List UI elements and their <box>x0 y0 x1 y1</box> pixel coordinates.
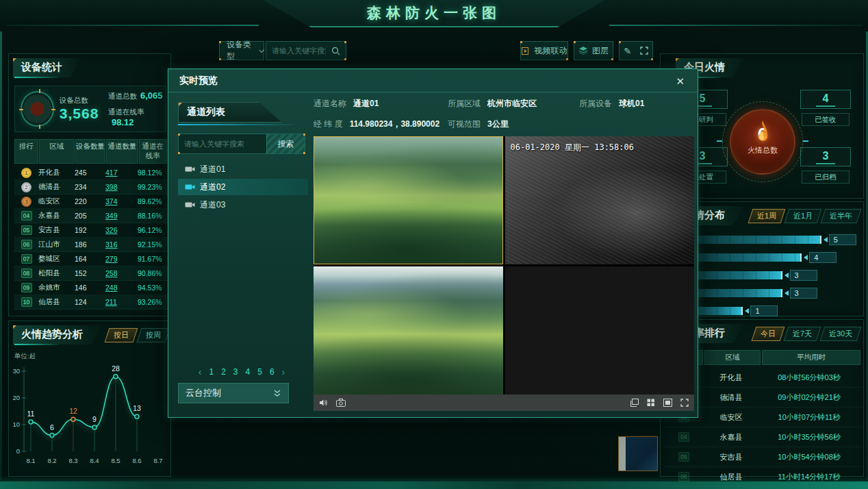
dist-tab-0[interactable]: 近1周 <box>748 209 785 223</box>
video-grid: 06-01-2020 星期一 13:58:06 <box>314 136 694 394</box>
page-number-6[interactable]: 6 <box>270 367 275 377</box>
svg-text:8.2: 8.2 <box>47 457 56 464</box>
video-cell-2[interactable]: 06-01-2020 星期一 13:58:06 <box>505 136 695 264</box>
dist-bar-value: 1 <box>745 305 778 316</box>
channel-device-field: 所属设备球机01 <box>579 98 644 110</box>
svg-text:8.6: 8.6 <box>132 457 141 464</box>
trend-tab-1[interactable]: 按周 <box>137 328 170 342</box>
top-header: 森林防火一张图 <box>0 0 868 32</box>
map-tools-group: ✎ <box>619 41 653 60</box>
device-stats-card: 设备总数 3,568 通道总数6,065 通道在线率98.12 <box>14 86 166 132</box>
fire-total-circle: 6 火情总数 <box>730 109 795 175</box>
close-icon[interactable]: ✕ <box>672 74 688 89</box>
channel-list-tab: 通道列表 <box>178 102 282 123</box>
trend-tabs: 按日按周 <box>103 328 168 342</box>
header-line-left <box>5 25 259 26</box>
eff-tab-1[interactable]: 近7天 <box>783 327 821 341</box>
table-row[interactable]: 04永嘉县20534988.16% <box>14 209 168 223</box>
medal-icon: 2 <box>21 182 31 192</box>
layers-button[interactable]: 图层 <box>574 41 613 60</box>
stat-signed-label: 已签收 <box>802 113 850 126</box>
stat-archived-value: 3 <box>800 147 851 166</box>
channel-coord-field: 经 纬 度114.980234，38.890002 <box>314 118 439 130</box>
snapshot-camera-icon[interactable] <box>336 399 346 407</box>
table-row[interactable]: 09余姚市14624894.53% <box>14 281 168 295</box>
channel-search-button[interactable]: 搜索 <box>266 134 305 153</box>
table-row[interactable]: 3临安区22037489.62% <box>14 195 168 209</box>
col-header-online: 通道在线率 <box>139 139 167 164</box>
rank-badge: 09 <box>21 283 32 292</box>
fire-total-label: 火情总数 <box>748 145 778 155</box>
ptz-control-bar[interactable]: 云台控制 <box>178 383 289 403</box>
video-cell-3[interactable] <box>314 266 503 394</box>
single-view-icon[interactable] <box>663 399 672 407</box>
video-cell-4-empty[interactable] <box>505 266 695 394</box>
minimap-widget[interactable] <box>618 436 658 471</box>
page-number-2[interactable]: 2 <box>221 367 226 377</box>
page-next-arrow[interactable]: › <box>282 366 285 377</box>
minimap-handle[interactable] <box>619 437 626 471</box>
dist-tab-2[interactable]: 近半年 <box>821 209 862 223</box>
efficiency-row[interactable]: 05安吉县10小时54分钟08秒 <box>665 447 862 467</box>
channel-search-input[interactable] <box>179 134 266 153</box>
svg-text:12: 12 <box>69 407 77 415</box>
table-row[interactable]: 1开化县24541798.12% <box>14 166 168 180</box>
ring-tick-right <box>803 140 808 142</box>
device-type-label: 设备类型 <box>220 39 255 62</box>
page-number-3[interactable]: 3 <box>233 367 238 377</box>
video-toolbar <box>314 394 694 411</box>
trend-tab-0[interactable]: 按日 <box>105 328 138 342</box>
video-cell-1-selected[interactable] <box>314 136 503 264</box>
draw-pencil-icon[interactable]: ✎ <box>624 46 631 56</box>
table-row[interactable]: 07婺城区16427991.67% <box>14 252 168 266</box>
channel-item-1[interactable]: 通道01 <box>178 161 308 177</box>
table-row[interactable]: 06江山市18631692.15% <box>14 238 168 252</box>
online-rate-value: 98.12 <box>112 117 134 127</box>
page-number-5[interactable]: 5 <box>257 367 262 377</box>
efficiency-row[interactable]: 04永嘉县10小时35分钟56秒 <box>665 427 862 447</box>
video-linkage-button[interactable]: 视频联动 <box>520 41 568 60</box>
trend-line-chart: 单位:起01020308.18.28.38.48.58.68.711612928… <box>10 349 170 476</box>
channel-range-field: 可视范围3公里 <box>448 118 509 130</box>
table-row[interactable]: 05安吉县19232696.12% <box>14 223 168 238</box>
table-row[interactable]: 2德清县23439899.23% <box>14 180 168 195</box>
eff-tab-2[interactable]: 近30天 <box>819 327 861 341</box>
eff-tab-0[interactable]: 今日 <box>751 327 784 341</box>
svg-text:13: 13 <box>133 404 141 412</box>
dist-tab-1[interactable]: 近1月 <box>784 209 821 223</box>
device-gauge-icon <box>21 91 54 127</box>
map-search-input[interactable] <box>266 47 331 55</box>
channel-total-value: 6,065 <box>140 90 163 101</box>
fullscreen-video-icon[interactable] <box>680 399 689 407</box>
audio-icon[interactable] <box>319 399 328 407</box>
device-total-label: 设备总数 <box>60 96 105 105</box>
dist-bar-value: 3 <box>784 288 817 299</box>
page-prev-arrow[interactable]: ‹ <box>199 366 202 377</box>
stat-signed-value: 4 <box>800 90 851 109</box>
dialog-title: 实时预览 <box>179 75 218 87</box>
channel-item-2[interactable]: 通道02 <box>178 179 308 195</box>
layers-icon <box>578 47 588 55</box>
map-search-box[interactable] <box>266 41 346 60</box>
header-line-right <box>609 25 863 26</box>
cascade-windows-icon[interactable] <box>630 399 639 407</box>
table-row[interactable]: 08松阳县15225890.86% <box>14 266 168 281</box>
page-number-1[interactable]: 1 <box>209 367 214 377</box>
dashboard-root: 森林防火一张图 设备类型 视频联动 图层 ✎ 设备统计 <box>0 0 868 489</box>
rank-badge: 07 <box>21 254 32 264</box>
rank-badge: 06 <box>21 240 32 249</box>
page-number-4[interactable]: 4 <box>246 367 251 377</box>
title-underline <box>14 77 58 78</box>
fullscreen-map-icon[interactable] <box>640 47 648 55</box>
layers-label: 图层 <box>592 45 609 57</box>
device-table-body: 1开化县24541798.12%2德清县23439899.23%3临安区2203… <box>14 166 168 310</box>
channel-item-3[interactable]: 通道03 <box>178 197 308 213</box>
channel-name-field: 通道名称通道01 <box>314 98 379 110</box>
efficiency-row[interactable]: 06仙居县11小时14分钟17秒 <box>665 467 862 487</box>
table-row[interactable]: 10仙居县12421193.26% <box>14 295 168 310</box>
svg-text:0: 0 <box>16 447 20 455</box>
device-type-dropdown[interactable]: 设备类型 <box>219 41 264 60</box>
ptz-label: 云台控制 <box>186 387 221 399</box>
grid-layout-icon[interactable] <box>647 399 655 407</box>
device-stats-panel: 设备统计 设备总数 3,568 通道总数6,065 通道在线率98.12 排行 … <box>8 53 171 316</box>
